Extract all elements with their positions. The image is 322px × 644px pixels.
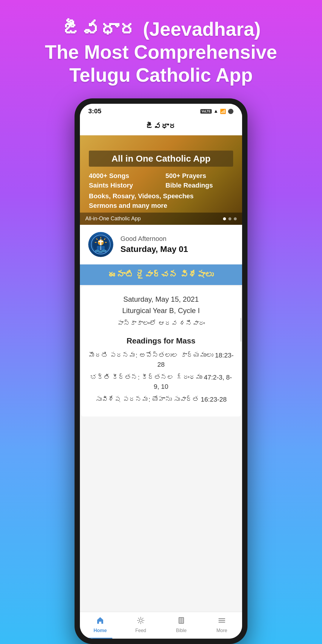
banner-features: 4000+ Songs 500+ Prayers Saints History … — [89, 172, 233, 189]
nav-home[interactable]: Home — [80, 612, 120, 639]
banner-item-prayers: 500+ Prayers — [165, 172, 233, 180]
info-date: Saturday, May 15, 2021 — [88, 295, 234, 304]
banner-item-saints: Saints History — [89, 182, 157, 189]
info-card: Saturday, May 15, 2021 Liturgical Year B… — [81, 286, 241, 417]
signal-icon: ▲ — [213, 109, 218, 114]
banner-item-songs: 4000+ Songs — [89, 172, 157, 180]
home-icon — [96, 616, 104, 627]
nav-bible[interactable]: Bible — [161, 612, 202, 639]
reading-1: మొదటి పరనమ: అపోస్తలుల కార్యములు 18:23-28 — [88, 351, 234, 369]
banner-label: All-in-One Catholic App — [85, 216, 141, 222]
banner-overlay: All in One Catholic App 4000+ Songs 500+… — [80, 135, 242, 225]
tagline-line2: The Most Comprehensive — [45, 41, 277, 63]
nav-bible-label: Bible — [176, 628, 187, 633]
svg-line-19 — [143, 622, 143, 623]
wifi-icon: 📶 — [220, 109, 226, 114]
banner-item-more1: Books, Rosary, Videos, Speeches — [89, 192, 193, 200]
app-header: జీవధార — [80, 117, 242, 135]
phone-frame: 3:05 VoLTE ▲ 📶 ⚫ జీవధార All in One Catho… — [75, 98, 247, 644]
reading-3: సువిశేష పరనమ: యోహాను సువార్త 16:23-28 — [88, 395, 234, 404]
dot-3 — [234, 217, 237, 220]
svg-rect-7 — [100, 239, 101, 245]
reading-2: భక్తి కీర్తన: కీర్తనల గ్రంధము 47:2-3, 8-… — [88, 373, 234, 391]
nav-home-label: Home — [94, 628, 107, 633]
status-time: 3:05 — [88, 107, 101, 115]
banner-carousel[interactable]: All in One Catholic App 4000+ Songs 500+… — [80, 135, 242, 225]
nav-more[interactable]: More — [202, 612, 242, 639]
svg-line-21 — [138, 622, 139, 623]
dot-2 — [228, 217, 231, 220]
divine-section: ఈనాటి దైవార్చన విశేషాలు — [80, 264, 242, 285]
bible-icon — [177, 616, 185, 627]
volte-icon: VoLTE — [200, 109, 212, 114]
nav-feed[interactable]: Feed — [120, 612, 161, 639]
svg-line-18 — [138, 618, 139, 619]
svg-line-20 — [143, 618, 143, 619]
bottom-nav: Home — [80, 612, 242, 639]
greeting-text: Good Afternoon — [120, 235, 234, 243]
info-telugu: పాస్కాకాలంలో ఆరవ శనివారం — [88, 320, 234, 327]
tagline-line1: జీవధార (Jeevadhara) — [61, 18, 261, 40]
banner-footer: All-in-One Catholic App — [80, 213, 242, 225]
status-bar: 3:05 VoLTE ▲ 📶 ⚫ — [80, 104, 242, 117]
phone-mockup: 3:05 VoLTE ▲ 📶 ⚫ జీవధార All in One Catho… — [75, 98, 247, 644]
nav-feed-label: Feed — [135, 628, 146, 633]
dot-1 — [223, 217, 226, 220]
svg-rect-8 — [98, 241, 103, 242]
banner-dots — [223, 217, 237, 220]
scroll-indicator — [240, 318, 242, 342]
info-liturgy: Liturgical Year B, Cycle I — [88, 306, 234, 315]
nav-more-label: More — [216, 628, 227, 633]
date-section: Good Afternoon Saturday, May 01 — [80, 225, 242, 264]
feed-icon — [137, 616, 145, 627]
readings-title: Readings for Mass — [88, 336, 234, 346]
battery-icon: ⚫ — [228, 109, 234, 114]
banner-item-bible: Bible Readings — [165, 182, 233, 189]
banner-item-more2: Sermons and many more — [89, 202, 167, 209]
date-info: Good Afternoon Saturday, May 01 — [120, 235, 234, 254]
more-icon — [218, 616, 226, 627]
banner-title: All in One Catholic App — [89, 151, 233, 167]
divine-title: ఈనాటి దైవార్చన విశేషాలు — [85, 270, 237, 280]
phone-screen: 3:05 VoLTE ▲ 📶 ⚫ జీవధార All in One Catho… — [80, 104, 242, 639]
scroll-content[interactable]: All in One Catholic App 4000+ Songs 500+… — [80, 135, 242, 612]
app-logo — [88, 232, 113, 257]
svg-point-13 — [139, 619, 142, 622]
app-title: జీవధార — [145, 122, 177, 131]
tagline-line3: Telugu Catholic App — [69, 64, 253, 86]
status-icons: VoLTE ▲ 📶 ⚫ — [200, 109, 234, 114]
date-text: Saturday, May 01 — [120, 244, 234, 254]
app-tagline: జీవధార (Jeevadhara) The Most Comprehensi… — [27, 0, 295, 98]
